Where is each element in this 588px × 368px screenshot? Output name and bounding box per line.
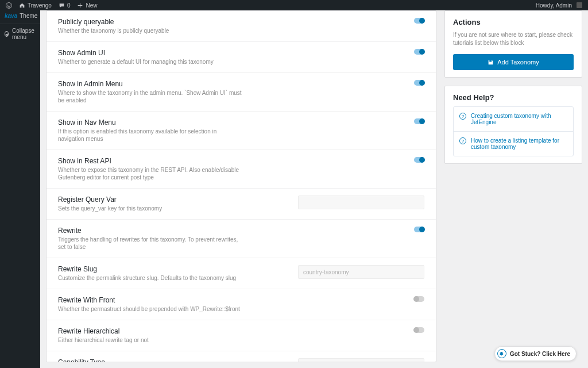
kava-logo: kava [5, 13, 17, 19]
setting-row-rewrite_slug: Rewrite SlugCustomize the permalink stru… [47, 258, 436, 289]
comments-link[interactable]: 0 [59, 2, 71, 9]
actions-panel: Actions If you are not sure where to sta… [444, 10, 582, 78]
setting-desc: Whether to expose this taxonomy in the R… [58, 166, 242, 181]
toggle-rewrite_with_front[interactable] [414, 296, 424, 302]
main-content: Publicly queryableWhether the taxonomy i… [40, 10, 588, 368]
admin-bar: Travengo 0 New Howdy, Admin [0, 0, 588, 10]
help-widget-icon [497, 349, 506, 358]
setting-desc: Either hierarchical rewrite tag or not [58, 336, 242, 344]
setting-row-show_in_nav_menu: Show in Nav MenuIf this option is enable… [47, 112, 436, 150]
setting-row-show_admin_ui: Show Admin UIWhether to generate a defau… [47, 42, 436, 73]
help-title: Need Help? [453, 93, 574, 102]
avatar [577, 2, 582, 8]
save-icon [488, 59, 494, 66]
question-icon: ? [459, 113, 466, 120]
setting-title: Show Admin UI [58, 49, 242, 57]
help-link-text: How to create a listing template for cus… [471, 137, 567, 150]
setting-desc: Whether the taxonomy is publicly queryab… [58, 27, 242, 34]
toggle-show_in_admin_menu[interactable] [414, 80, 424, 86]
setting-desc: Sets the query_var key for this taxonomy [58, 205, 242, 212]
toggle-rewrite_hierarchical[interactable] [414, 327, 424, 333]
input-register_query_var[interactable] [298, 195, 424, 209]
howdy-text: Howdy, Admin [536, 2, 572, 9]
input-rewrite_slug[interactable] [298, 265, 424, 279]
actions-hint: If you are not sure where to start, plea… [453, 31, 574, 47]
toggle-rewrite[interactable] [414, 227, 424, 232]
collapse-icon: ◀ [5, 31, 9, 37]
setting-row-publicly_queryable: Publicly queryableWhether the taxonomy i… [47, 11, 436, 42]
setting-title: Capability Type [58, 358, 242, 362]
help-panel: Need Help? ?Creating custom taxonomy wit… [444, 86, 582, 164]
toggle-show_in_rest_api[interactable] [414, 157, 424, 163]
add-taxonomy-label: Add Taxonomy [497, 59, 539, 66]
setting-row-rewrite: RewriteTriggers the handling of rewrites… [47, 220, 436, 258]
wordpress-icon [6, 2, 12, 9]
setting-row-register_query_var: Register Query VarSets the query_var key… [47, 189, 436, 220]
toggle-show_in_nav_menu[interactable] [414, 118, 424, 124]
setting-desc: Triggers the handling of rewrites for th… [58, 236, 242, 251]
collapse-menu[interactable]: ◀ Collapse menu [0, 24, 40, 44]
help-link[interactable]: ?Creating custom taxonomy with JetEngine [454, 107, 573, 132]
setting-title: Register Query Var [58, 195, 242, 204]
help-link-text: Creating custom taxonomy with JetEngine [471, 113, 567, 125]
help-widget[interactable]: Got Stuck? Click Here [494, 346, 577, 361]
toggle-publicly_queryable[interactable] [414, 18, 424, 24]
comments-count: 0 [67, 2, 71, 9]
settings-panel: Publicly queryableWhether the taxonomy i… [46, 10, 436, 362]
setting-desc: If this option is enabled this taxonomy … [58, 128, 242, 143]
new-link[interactable]: New [77, 2, 97, 9]
right-column: Actions If you are not sure where to sta… [444, 10, 582, 362]
sidebar-item-theme[interactable]: kava Theme [0, 10, 40, 21]
add-taxonomy-button[interactable]: Add Taxonomy [453, 54, 574, 70]
setting-title: Publicly queryable [58, 18, 242, 26]
new-label: New [86, 2, 97, 9]
admin-sidebar: kava Theme ◀ Collapse menu [0, 10, 40, 368]
plus-icon [77, 2, 83, 9]
theme-label: Theme [20, 13, 37, 19]
setting-row-rewrite_with_front: Rewrite With FrontWhether the permastruc… [47, 289, 436, 320]
help-link[interactable]: ?How to create a listing template for cu… [454, 132, 573, 156]
setting-row-rewrite_hierarchical: Rewrite HierarchicalEither hierarchical … [47, 320, 436, 351]
setting-title: Rewrite Slug [58, 265, 242, 273]
setting-desc: Customize the permalink structure slug. … [58, 274, 242, 282]
setting-desc: Where to show the taxonomy in the admin … [58, 89, 242, 104]
site-link[interactable]: Travengo [19, 2, 52, 9]
site-name: Travengo [28, 2, 52, 9]
setting-title: Show in Nav Menu [58, 118, 242, 126]
setting-title: Rewrite [58, 227, 242, 235]
question-icon: ? [459, 137, 466, 144]
setting-title: Show in Admin Menu [58, 80, 242, 88]
howdy-link[interactable]: Howdy, Admin [536, 2, 582, 9]
setting-row-show_in_admin_menu: Show in Admin MenuWhere to show the taxo… [47, 73, 436, 112]
toggle-show_admin_ui[interactable] [414, 49, 424, 55]
input-capability_type[interactable] [298, 358, 424, 362]
setting-desc: Whether the permastruct should be prepen… [58, 305, 242, 313]
comment-icon [59, 2, 65, 9]
home-icon [19, 2, 25, 9]
setting-desc: Whether to generate a default UI for man… [58, 58, 242, 66]
help-widget-label: Got Stuck? Click Here [510, 351, 570, 357]
wp-logo[interactable] [6, 2, 12, 9]
setting-row-capability_type: Capability TypeThe string to use to buil… [47, 351, 436, 362]
collapse-label: Collapse menu [12, 28, 36, 40]
setting-title: Rewrite With Front [58, 296, 242, 304]
setting-row-show_in_rest_api: Show in Rest APIWhether to expose this t… [47, 150, 436, 189]
actions-title: Actions [453, 18, 574, 26]
setting-title: Rewrite Hierarchical [58, 327, 242, 335]
setting-title: Show in Rest API [58, 157, 242, 165]
